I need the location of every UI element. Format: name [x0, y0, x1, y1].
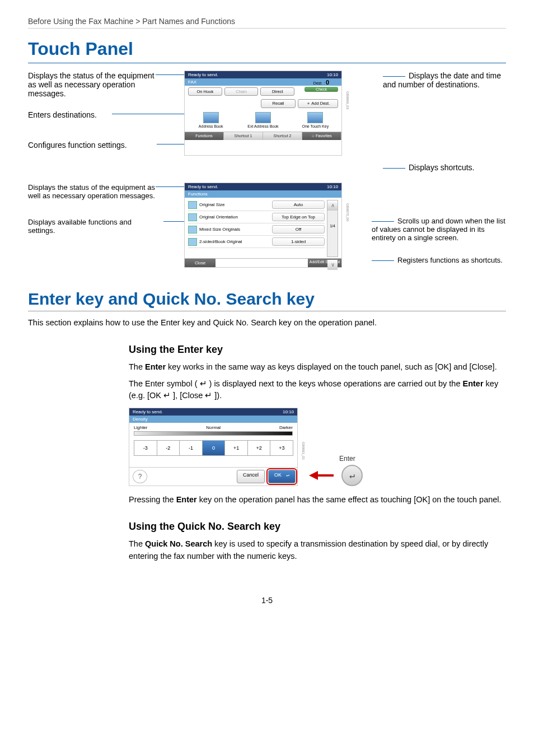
clock: 10:10 [283, 409, 294, 414]
paragraph: The Quick No. Search key is used to spec… [129, 538, 506, 563]
function-row[interactable]: 2-sided/Book Original 1-sided [188, 236, 325, 248]
heading-enter-quickno: Enter key and Quick No. Search key [28, 290, 506, 311]
arrow-left-icon [309, 471, 318, 480]
function-value: Top Edge on Top [272, 213, 325, 221]
figure-touch-panel-main: Displays the status of the equipment as … [28, 71, 506, 172]
address-book-button[interactable]: Address Book [191, 112, 231, 128]
arrow-stem [318, 474, 334, 477]
figure-code: GB0670_00 [346, 203, 349, 248]
ext-address-book-button[interactable]: Ext Address Book [243, 112, 283, 128]
shortcut1-tab[interactable]: Shortcut 1 [224, 132, 263, 140]
function-row[interactable]: Original Size Auto [188, 199, 325, 211]
callout-available-functions: Displays available functions and setting… [28, 218, 157, 235]
callout-registers-shortcuts: Registers functions as shortcuts. [372, 256, 506, 264]
density-steps: -3 -2 -1 0 +1 +2 +3 [129, 440, 297, 458]
density-step[interactable]: -2 [157, 440, 180, 456]
heading-using-quickno: Using the Quick No. Search key [129, 521, 506, 533]
close-button[interactable]: Close [185, 259, 216, 267]
heading-touch-panel: Touch Panel [28, 39, 506, 63]
direct-button[interactable]: Direct [260, 87, 294, 96]
scroll-up-icon[interactable]: ∧ [327, 200, 338, 211]
help-icon[interactable]: ? [133, 470, 147, 483]
shortcut2-tab[interactable]: Shortcut 2 [263, 132, 302, 140]
callout-status-message-2: Displays the status of the equipment as … [28, 183, 157, 200]
cancel-button[interactable]: Cancel [237, 470, 265, 483]
divider [28, 28, 506, 29]
density-step[interactable]: -1 [179, 440, 203, 456]
density-panel: Ready to send. 10:10 Density Lighter Nor… [129, 408, 298, 486]
heading-using-enter-key: Using the Enter key [129, 344, 506, 356]
scroll-down-icon[interactable]: ∨ [327, 260, 338, 270]
function-value: Off [272, 225, 325, 234]
callout-configures-settings: Configures function settings. [28, 141, 157, 150]
two-sided-icon [188, 238, 197, 246]
one-touch-key-icon [307, 112, 323, 123]
figure-touch-panel-functions: Displays the status of the equipment as … [28, 183, 506, 273]
breadcrumb: Before Using the Fax Machine > Part Name… [28, 17, 506, 26]
functions-tab[interactable]: Functions [185, 132, 224, 140]
callout-scrolls: Scrolls up and down when the list of val… [372, 217, 506, 242]
mixed-size-icon [188, 226, 197, 234]
ok-button[interactable]: OK ↵ [268, 470, 296, 483]
function-row[interactable]: Original Orientation Top Edge on Top [188, 211, 325, 223]
enter-key-icon: ↵ [349, 470, 355, 481]
recall-button[interactable]: Recall [261, 99, 296, 108]
status-text: Ready to send. [188, 72, 218, 77]
screen-subtitle: Density [129, 416, 297, 423]
callout-shortcuts: Displays shortcuts. [383, 163, 506, 172]
paragraph: The Enter key works in the same way as k… [129, 361, 506, 374]
enter-key-label: Enter [339, 455, 355, 463]
paragraph: Pressing the Enter key on the operation … [129, 494, 506, 506]
one-touch-key-button[interactable]: One Touch Key [296, 112, 335, 128]
check-button[interactable]: Check [305, 87, 338, 92]
density-step[interactable]: +3 [270, 440, 293, 456]
darker-label: Darker [279, 425, 293, 430]
touch-panel-send-screen: Ready to send. 10:10 FAX Dest. : 0 Check… [185, 71, 341, 155]
clock: 10:10 [327, 72, 338, 77]
touch-panel-functions-screen: Ready to send. 10:10 Functions Original … [185, 183, 341, 267]
dest-count: 0 [326, 79, 329, 86]
figure-code: GB0669_03 [346, 91, 349, 136]
paragraph: The Enter symbol ( ↵ ) is displayed next… [129, 378, 506, 403]
status-text: Ready to send. [133, 409, 163, 414]
dest-label: Dest. : [313, 81, 325, 85]
callout-enters-destinations: Enters destinations. [28, 110, 157, 119]
page-indicator: 1/4 [327, 211, 338, 260]
add-dest-button[interactable]: ＋ Add Dest. [298, 99, 338, 108]
favorites-tab[interactable]: ☆ Favorites [302, 132, 341, 140]
enter-key-button[interactable]: ↵ [341, 465, 363, 486]
original-size-icon [188, 201, 197, 209]
function-value: 1-sided [272, 237, 325, 246]
intro-paragraph: This section explains how to use the Ent… [28, 317, 506, 329]
on-hook-button[interactable]: On Hook [188, 87, 222, 96]
scrollbar[interactable]: ∧ 1/4 ∨ [327, 200, 338, 257]
normal-label: Normal [206, 425, 221, 430]
density-step[interactable]: +2 [247, 440, 271, 456]
clock: 10:10 [327, 184, 338, 189]
lighter-label: Lighter [134, 425, 147, 430]
density-gradient [134, 431, 293, 436]
page-number: 1-5 [28, 596, 506, 605]
original-orientation-icon [188, 213, 197, 221]
callout-status-message: Displays the status of the equipment as … [28, 71, 157, 98]
ext-address-book-icon [255, 112, 271, 123]
enter-symbol-icon: ↵ [287, 473, 289, 478]
chain-button[interactable]: Chain [224, 87, 259, 96]
function-row[interactable]: Mixed Size Originals Off [188, 223, 325, 236]
density-step[interactable]: -3 [134, 440, 157, 456]
function-value: Auto [272, 200, 325, 209]
density-step[interactable]: +1 [224, 440, 248, 456]
callout-date-time-dest: Displays the date and time and number of… [383, 71, 506, 89]
figure-code: GB0091_01 [302, 442, 305, 487]
address-book-icon [203, 112, 219, 123]
screen-subtitle: Functions [185, 190, 341, 198]
status-text: Ready to send. [188, 184, 218, 189]
density-step-selected[interactable]: 0 [202, 440, 226, 456]
